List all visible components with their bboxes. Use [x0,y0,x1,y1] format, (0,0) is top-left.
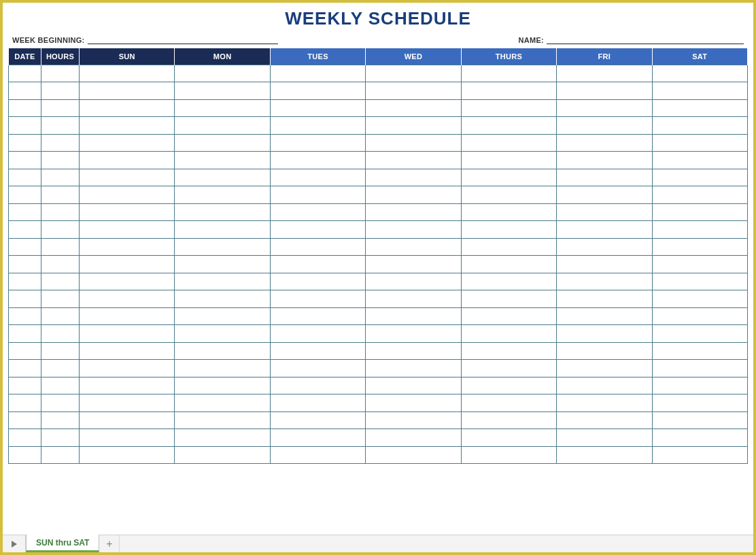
cell[interactable] [41,256,80,273]
cell[interactable] [270,325,365,343]
cell[interactable] [9,238,41,256]
cell[interactable] [461,446,556,464]
cell[interactable] [557,411,652,429]
week-beginning-field[interactable] [88,33,278,44]
cell[interactable] [557,238,652,256]
cell[interactable] [9,446,41,464]
cell[interactable] [41,82,80,100]
cell[interactable] [366,377,461,394]
cell[interactable] [175,411,270,429]
cell[interactable] [175,203,270,221]
cell[interactable] [366,429,461,447]
cell[interactable] [9,99,41,117]
cell[interactable] [41,169,80,186]
cell[interactable] [461,152,556,169]
cell[interactable] [175,134,270,152]
cell[interactable] [461,134,556,152]
cell[interactable] [270,360,365,377]
cell[interactable] [557,65,652,82]
cell[interactable] [9,342,41,360]
cell[interactable] [80,273,175,290]
cell[interactable] [41,325,80,343]
cell[interactable] [175,99,270,117]
cell[interactable] [175,377,270,394]
cell[interactable] [461,238,556,256]
cell[interactable] [557,290,652,308]
cell[interactable] [366,307,461,325]
cell[interactable] [461,273,556,290]
cell[interactable] [270,65,365,82]
cell[interactable] [270,134,365,152]
cell[interactable] [41,186,80,204]
cell[interactable] [270,82,365,100]
cell[interactable] [461,411,556,429]
cell[interactable] [461,203,556,221]
cell[interactable] [270,411,365,429]
cell[interactable] [652,169,747,186]
cell[interactable] [557,273,652,290]
cell[interactable] [366,99,461,117]
cell[interactable] [461,221,556,239]
cell[interactable] [557,360,652,377]
cell[interactable] [652,411,747,429]
cell[interactable] [9,134,41,152]
cell[interactable] [270,307,365,325]
cell[interactable] [652,377,747,394]
cell[interactable] [80,411,175,429]
cell[interactable] [9,65,41,82]
cell[interactable] [366,256,461,273]
cell[interactable] [9,169,41,186]
cell[interactable] [461,186,556,204]
cell[interactable] [80,82,175,100]
cell[interactable] [41,134,80,152]
cell[interactable] [41,394,80,412]
cell[interactable] [9,307,41,325]
cell[interactable] [80,377,175,394]
cell[interactable] [652,290,747,308]
cell[interactable] [175,325,270,343]
cell[interactable] [175,429,270,447]
cell[interactable] [41,307,80,325]
cell[interactable] [80,394,175,412]
cell[interactable] [41,65,80,82]
cell[interactable] [557,446,652,464]
cell[interactable] [652,429,747,447]
name-field[interactable] [547,33,744,44]
cell[interactable] [366,82,461,100]
cell[interactable] [175,360,270,377]
cell[interactable] [80,325,175,343]
cell[interactable] [9,394,41,412]
cell[interactable] [270,152,365,169]
cell[interactable] [652,325,747,343]
cell[interactable] [461,82,556,100]
cell[interactable] [9,290,41,308]
cell[interactable] [270,256,365,273]
cell[interactable] [270,273,365,290]
cell[interactable] [461,290,556,308]
cell[interactable] [557,221,652,239]
cell[interactable] [80,99,175,117]
cell[interactable] [461,307,556,325]
cell[interactable] [270,186,365,204]
cell[interactable] [366,203,461,221]
cell[interactable] [9,411,41,429]
cell[interactable] [366,290,461,308]
cell[interactable] [652,65,747,82]
cell[interactable] [652,342,747,360]
cell[interactable] [9,273,41,290]
cell[interactable] [80,342,175,360]
cell[interactable] [270,290,365,308]
cell[interactable] [41,446,80,464]
cell[interactable] [366,360,461,377]
cell[interactable] [175,273,270,290]
cell[interactable] [41,360,80,377]
cell[interactable] [557,152,652,169]
cell[interactable] [461,117,556,135]
cell[interactable] [652,238,747,256]
cell[interactable] [366,152,461,169]
cell[interactable] [557,203,652,221]
cell[interactable] [80,65,175,82]
cell[interactable] [270,117,365,135]
cell[interactable] [366,65,461,82]
cell[interactable] [80,134,175,152]
